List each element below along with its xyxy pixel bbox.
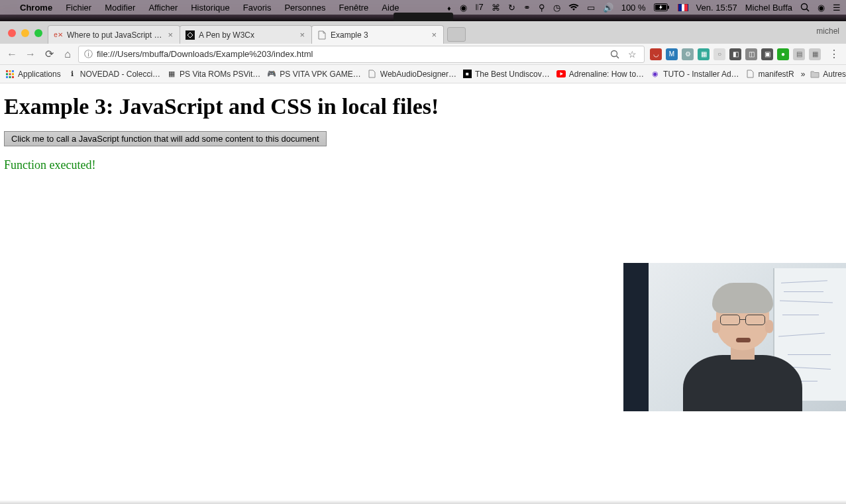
user-label[interactable]: Michel Buffa: [745, 3, 792, 13]
tab-2-label: A Pen by W3Cx: [199, 30, 294, 40]
folder-icon: [810, 70, 820, 79]
home-button[interactable]: ⌂: [60, 46, 76, 62]
close-window-button[interactable]: [8, 29, 16, 37]
status-icon-1[interactable]: ◉: [460, 3, 467, 13]
profile-label[interactable]: michel: [816, 26, 839, 36]
star-icon[interactable]: ☆: [625, 48, 639, 61]
address-bar[interactable]: ⓘ file:///Users/mbuffa/Downloads/Example…: [78, 46, 645, 63]
bookmark-1[interactable]: ℹ NOVEDAD - Colecci…: [68, 70, 160, 79]
tab-1-favicon-icon: e✕: [54, 30, 63, 40]
file-icon: [368, 70, 377, 79]
fullscreen-window-button[interactable]: [34, 29, 42, 37]
menu-app-name[interactable]: Chrome: [13, 3, 59, 13]
other-bookmarks-label: Autres favoris: [823, 70, 846, 79]
site-info-icon[interactable]: ⓘ: [84, 48, 93, 60]
adobe-icon[interactable]: ⦀7: [475, 2, 483, 13]
menu-help[interactable]: Aide: [375, 3, 405, 13]
zoom-icon[interactable]: [608, 48, 621, 61]
spotlight-icon[interactable]: [800, 3, 810, 12]
tab-1-close-icon[interactable]: ×: [166, 30, 174, 40]
youtube-icon: [556, 70, 566, 79]
bookmark-4[interactable]: WebAudioDesigner…: [368, 70, 456, 79]
extensions-row: ◡ M ⚙ ▦ ○ ◧ ◫ ▣ ● ▤ ▦: [647, 48, 823, 60]
siri-icon[interactable]: ◉: [818, 3, 825, 13]
menu-window[interactable]: Fenêtre: [333, 3, 376, 13]
flag-fr-icon[interactable]: [678, 4, 688, 11]
menu-button[interactable]: ⋮: [826, 46, 842, 62]
status-icon-2[interactable]: ⌘: [492, 3, 500, 13]
tab-1[interactable]: e✕ Where to put JavaScript code ×: [48, 25, 180, 44]
menu-history[interactable]: Historique: [184, 3, 237, 13]
status-icon-3[interactable]: ⚭: [523, 3, 531, 13]
menu-view[interactable]: Afficher: [142, 3, 184, 13]
demo-button[interactable]: Click me to call a JavaScript function t…: [4, 131, 327, 146]
bookmark-8-label: manifestR: [759, 70, 794, 79]
tab-2[interactable]: A Pen by W3Cx ×: [180, 25, 312, 44]
bookmark-8[interactable]: manifestR: [746, 70, 794, 79]
tab-3-close-icon[interactable]: ×: [430, 30, 438, 40]
back-button[interactable]: ←: [4, 46, 20, 62]
menu-people[interactable]: Personnes: [278, 3, 332, 13]
ext-icon-3[interactable]: ▦: [698, 48, 710, 60]
menu-favorites[interactable]: Favoris: [237, 3, 278, 13]
menu-file[interactable]: Fichier: [59, 3, 98, 13]
apps-icon: [5, 70, 15, 79]
bookmark-7-icon: ◉: [651, 70, 660, 79]
bookmark-overflow[interactable]: »: [801, 70, 806, 79]
timemachine-icon[interactable]: ◷: [553, 3, 560, 13]
svg-rect-11: [6, 73, 8, 75]
bookmark-6[interactable]: Adrenaline: How to…: [556, 70, 644, 79]
tab-3[interactable]: Example 3 ×: [311, 25, 444, 44]
other-bookmarks[interactable]: Autres favoris: [810, 70, 846, 79]
ublock-icon[interactable]: ◡: [650, 48, 662, 60]
bookmark-7[interactable]: ◉ TUTO - Installer Ad…: [651, 70, 739, 79]
bookmark-3[interactable]: 🎮 PS VITA VPK GAME…: [267, 70, 360, 79]
bookmark-apps-label: Applications: [18, 70, 61, 79]
battery-label: 100 %: [621, 3, 646, 13]
wifi-icon[interactable]: [568, 3, 579, 11]
bookmark-1-label: NOVEDAD - Colecci…: [80, 70, 160, 79]
browser-toolbar: ← → ⟳ ⌂ ⓘ file:///Users/mbuffa/Downloads…: [0, 44, 846, 65]
bluetooth-icon[interactable]: ⚲: [539, 3, 545, 13]
dropbox-icon[interactable]: ⬧: [447, 3, 452, 13]
ext-icon-2[interactable]: ⚙: [682, 48, 694, 60]
bookmark-apps[interactable]: Applications: [5, 70, 61, 79]
reload-button[interactable]: ⟳: [41, 46, 57, 62]
ext-icon-5[interactable]: ◧: [729, 48, 741, 60]
ext-icon-6[interactable]: ◫: [745, 48, 757, 60]
svg-rect-12: [9, 73, 11, 75]
page-content: Example 3: JavaScript and CSS in local f…: [0, 83, 846, 504]
new-tab-button[interactable]: [447, 27, 466, 42]
display-icon[interactable]: ▭: [587, 3, 595, 13]
cast-icon[interactable]: ▣: [761, 48, 773, 60]
volume-icon[interactable]: 🔊: [603, 3, 613, 13]
ext-icon-7[interactable]: ●: [777, 48, 789, 60]
ext-icon-8[interactable]: ▤: [793, 48, 805, 60]
file-icon-2: [746, 70, 755, 79]
webcam-scene: [623, 263, 846, 411]
notifications-icon[interactable]: ☰: [833, 3, 841, 13]
bookmark-3-label: PS VITA VPK GAME…: [280, 70, 360, 79]
minimize-window-button[interactable]: [21, 29, 29, 37]
bookmark-2-label: PS Vita ROMs PSVit…: [180, 70, 260, 79]
ext-icon-9[interactable]: ▦: [809, 48, 821, 60]
sync-icon[interactable]: ↻: [508, 3, 515, 13]
menu-edit[interactable]: Modifier: [98, 3, 142, 13]
tab-2-close-icon[interactable]: ×: [298, 30, 306, 40]
bookmark-right: » Autres favoris: [801, 70, 846, 79]
svg-line-4: [807, 9, 810, 12]
forward-button[interactable]: →: [23, 46, 38, 62]
clock-label[interactable]: Ven. 15:57: [696, 3, 737, 13]
bookmark-5-label: The Best Undiscov…: [475, 70, 550, 79]
tab-3-favicon-icon: [317, 30, 327, 40]
bottom-shadow: [0, 500, 846, 504]
bookmark-7-label: TUTO - Installer Ad…: [663, 70, 739, 79]
ext-icon-4[interactable]: ○: [714, 48, 725, 60]
battery-icon[interactable]: [654, 3, 670, 11]
chrome-window: e✕ Where to put JavaScript code × A Pen …: [0, 21, 846, 504]
tab-1-label: Where to put JavaScript code: [67, 30, 162, 40]
bookmark-2[interactable]: ▦ PS Vita ROMs PSVit…: [167, 70, 260, 79]
bookmark-5[interactable]: ■ The Best Undiscov…: [463, 70, 550, 79]
svg-point-6: [611, 50, 617, 56]
ext-icon-1[interactable]: M: [666, 48, 678, 60]
